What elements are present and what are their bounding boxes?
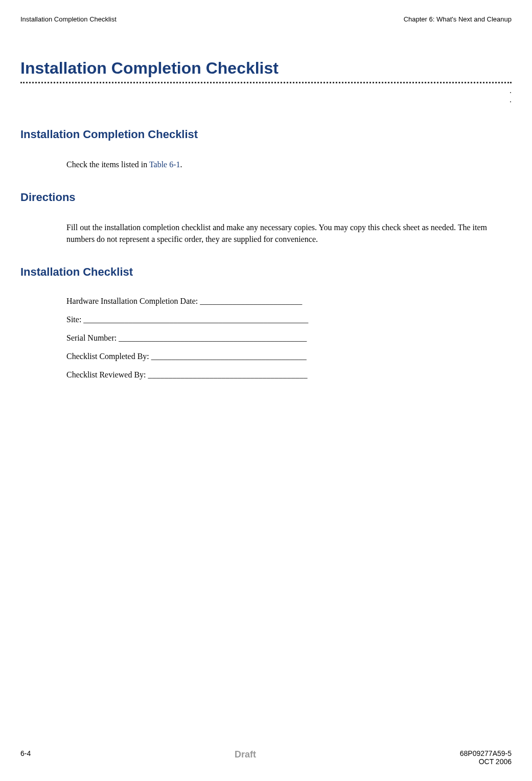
header-left: Installation Completion Checklist	[20, 15, 117, 23]
field-reviewed-by: Checklist Reviewed By: _________________…	[66, 370, 512, 380]
dotted-line	[20, 82, 512, 83]
section-heading-checklist: Installation Completion Checklist	[20, 128, 512, 141]
directions-text: Fill out the installation completion che…	[66, 222, 512, 245]
footer-page-number: 6-4	[20, 749, 31, 757]
page-header: Installation Completion Checklist Chapte…	[20, 15, 512, 23]
dotted-separator: . .	[20, 82, 512, 107]
field-site: Site: __________________________________…	[66, 315, 512, 324]
text-prefix: Check the items listed in	[66, 160, 149, 169]
checklist-fields: Hardware Installation Completion Date: _…	[66, 297, 512, 380]
main-title: Installation Completion Checklist	[20, 59, 512, 78]
field-hardware-date: Hardware Installation Completion Date: _…	[66, 297, 512, 306]
section-heading-directions: Directions	[20, 191, 512, 204]
field-serial-number: Serial Number: _________________________…	[66, 333, 512, 343]
checklist-intro-text: Check the items listed in Table 6-1.	[66, 159, 512, 170]
field-completed-by: Checklist Completed By: ________________…	[66, 352, 512, 361]
footer-draft: Draft	[31, 749, 460, 760]
footer-date: OCT 2006	[460, 757, 512, 766]
footer-doc-number: 68P09277A59-5	[460, 749, 512, 757]
table-6-1-link[interactable]: Table 6-1	[149, 160, 180, 169]
header-right: Chapter 6: What's Next and Cleanup	[404, 15, 512, 23]
trailing-dots: . .	[510, 86, 512, 104]
text-suffix: .	[180, 160, 182, 169]
section-heading-installation-checklist: Installation Checklist	[20, 265, 512, 279]
page-footer: 6-4 Draft 68P09277A59-5 OCT 2006	[20, 749, 512, 766]
